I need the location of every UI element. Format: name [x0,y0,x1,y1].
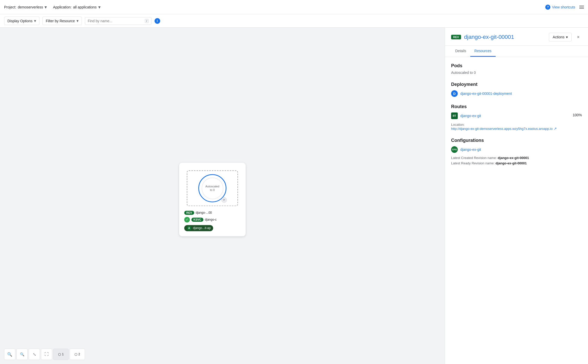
node-filter-1-button[interactable]: ⬡ 1 [53,349,69,360]
cfg-row: CFG django-ex-git [451,146,582,153]
grid-menu-icon[interactable] [579,6,584,9]
close-panel-button[interactable]: × [575,33,582,41]
filter-by-resource-button[interactable]: Filter by Resource ▾ [42,17,82,25]
expand-icon: ⛶ [45,352,49,357]
panel-resource-title: django-ex-git-00001 [464,34,514,40]
check-badge: ✓ [184,217,190,222]
configurations-title: Configurations [451,138,582,143]
zoom-in-button[interactable]: 🔍 [4,349,15,360]
location-url-link[interactable]: http://django-ex-git-demoserverless.apps… [451,127,557,131]
autoscaled-label: Autoscaledto 0 [205,185,219,192]
routes-title: Routes [451,104,582,109]
top-navigation: Project: demoserverless ▾ Application: a… [0,0,588,14]
ksvc-name[interactable]: django-c [205,218,217,221]
view-shortcuts-button[interactable]: ? View shortcuts [545,5,575,10]
a-letter-icon: A [187,226,191,230]
actions-button[interactable]: Actions ▾ [549,33,572,41]
route-name: django-ex-git [460,114,481,118]
filter-chevron-icon: ▾ [77,18,79,23]
zoom-out-icon: 🔍 [20,352,24,356]
configurations-section: Configurations CFG django-ex-git Latest … [451,138,582,165]
a-tag-item[interactable]: A django...it-ap [184,225,213,231]
search-box[interactable]: / [85,17,151,25]
display-options-button[interactable]: Display Options ▾ [4,17,39,25]
location-label: Location: [451,123,557,127]
info-icon[interactable]: i [155,18,160,24]
info-label: i [157,19,158,23]
search-shortcut: / [145,19,149,23]
cfg-latest-created-value: django-ex-git-00001 [498,156,529,160]
panel-title: REV django-ex-git-00001 [451,34,514,40]
canvas-area: Autoscaledto 0 ⟳ REV django-...00 ✓ KSVC [0,28,445,364]
project-chevron-icon: ▾ [45,4,47,10]
close-icon: × [577,35,580,40]
deployment-title: Deployment [451,82,582,87]
panel-content: Pods Autoscaled to 0 Deployment D django… [445,57,588,364]
ksvc-tag[interactable]: KSVC [191,218,203,222]
app-card: Autoscaledto 0 ⟳ REV django-...00 ✓ KSVC [179,163,246,236]
panel-header-right: Actions ▾ × [549,33,582,41]
route-row: RT django-ex-git Location: http://django… [451,112,582,131]
dashed-selection-box: Autoscaledto 0 ⟳ [187,170,238,206]
display-options-label: Display Options [7,19,32,23]
zoom-in-icon: 🔍 [7,352,12,357]
nav-left: Project: demoserverless ▾ Application: a… [4,4,101,10]
project-label: Project: [4,5,16,9]
circle-inner: Autoscaledto 0 [202,177,223,199]
node-filter-2-button[interactable]: ⬡ 2 [70,349,85,360]
rev-resource-row: REV django-...00 [184,211,241,215]
rev-name[interactable]: django-...00 [196,211,212,214]
project-selector[interactable]: Project: demoserverless ▾ [4,4,47,10]
filter-by-resource-label: Filter by Resource [46,19,75,23]
project-name: demoserverless [18,5,43,9]
actions-label: Actions [553,35,564,39]
tab-details[interactable]: Details [451,46,470,57]
a-resource-row: A django...it-ap [184,225,241,231]
side-panel: REV django-ex-git-00001 Actions ▾ × Deta… [445,28,588,364]
route-rt-badge: RT [451,112,458,119]
pods-title: Pods [451,63,582,69]
circle-outer: Autoscaledto 0 ⟳ [198,174,226,202]
search-input[interactable] [88,19,144,23]
cfg-name: django-ex-git [460,147,481,152]
panel-rev-badge: REV [451,35,461,39]
canvas-content: Autoscaledto 0 ⟳ REV django-...00 ✓ KSVC [179,163,246,236]
cfg-latest-created: Latest Created Revision name: django-ex-… [451,156,582,160]
node-filter-icon-2: ⬡ [74,352,77,356]
application-chevron-icon: ▾ [98,4,101,10]
zoom-out-button[interactable]: 🔍 [16,349,28,360]
a-name: django...it-ap [193,226,211,230]
view-shortcuts-label: View shortcuts [552,5,575,9]
ksvc-resource-row: ✓ KSVC django-c [184,217,241,222]
cfg-link[interactable]: django-ex-git [460,147,481,152]
node-filter-1-label: 1 [62,352,64,356]
toolbar: Display Options ▾ Filter by Resource ▾ /… [0,14,588,28]
nav-right: ? View shortcuts [545,5,584,10]
deployment-link[interactable]: D django-ex-git-00001-deployment [451,90,582,97]
deployment-link-text: django-ex-git-00001-deployment [460,92,512,96]
routes-section: Routes RT django-ex-git Location: [451,104,582,131]
circle-badge: ⟳ [221,197,227,203]
help-icon: ? [545,5,550,10]
rev-tag[interactable]: REV [184,211,194,215]
location-url-text: http://django-ex-git-demoserverless.apps… [451,127,553,131]
tab-resources[interactable]: Resources [470,46,496,57]
expand-button[interactable]: ⛶ [41,349,52,360]
cfg-latest-ready-value: django-ex-git-00001 [495,161,527,165]
route-percentage: 100% [573,112,582,117]
bottom-toolbar: 🔍 🔍 ⤡ ⛶ ⬡ 1 ⬡ 2 [4,349,85,360]
main-area: Autoscaledto 0 ⟳ REV django-...00 ✓ KSVC [0,28,588,364]
node-filter-icon-1: ⬡ [58,352,61,356]
pods-subtitle: Autoscaled to 0 [451,71,582,75]
circle-container: Autoscaledto 0 ⟳ [184,168,241,209]
application-selector[interactable]: Application: all applications ▾ [53,4,100,10]
application-label: Application: [53,5,71,9]
route-link[interactable]: RT django-ex-git Location: http://django… [451,112,557,131]
collapse-button[interactable]: ⤡ [29,349,40,360]
application-name: all applications [73,5,97,9]
node-filter-2-label: 2 [78,352,80,356]
pods-section: Pods Autoscaled to 0 [451,63,582,75]
cfg-latest-created-label: Latest Created Revision name: [451,156,497,160]
deployment-d-badge: D [451,90,458,97]
collapse-icon: ⤡ [33,352,36,357]
